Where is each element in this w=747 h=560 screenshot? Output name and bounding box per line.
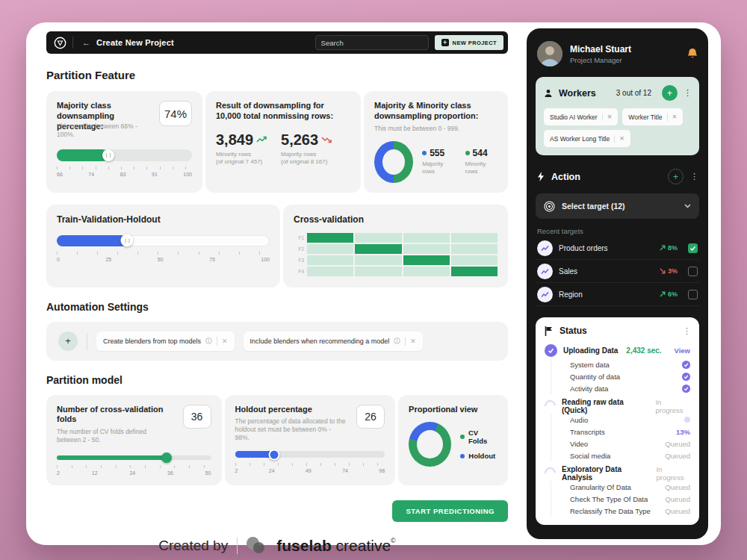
- tvh-title: Train-Validation-Holdout: [57, 214, 270, 225]
- trend-up-icon: [256, 136, 267, 143]
- status-group-uploading: Uploading Data 2,432 sec. View: [545, 343, 690, 358]
- flag-icon: [545, 326, 553, 336]
- close-icon[interactable]: ✕: [619, 135, 624, 142]
- status-card: Status ⋮ Uploading Data 2,432 sec. View …: [536, 317, 699, 525]
- select-target-dropdown[interactable]: Select target (12): [536, 193, 699, 219]
- crossval-title: Cross-validation: [294, 214, 498, 225]
- holdout-card: Holdout percentage The percentage of dat…: [225, 395, 396, 486]
- worker-chip[interactable]: Worker Title✕: [622, 108, 683, 125]
- holdout-slider-handle[interactable]: [268, 449, 279, 460]
- cvfolds-card: Number of cross-validation folds The num…: [46, 395, 222, 486]
- chart-line-icon: [537, 264, 553, 279]
- tick-labels: 66748391100: [57, 172, 192, 177]
- view-link[interactable]: View: [675, 346, 690, 355]
- crossval-grid: F1 F2 F3 F4: [294, 233, 498, 276]
- kebab-menu-icon[interactable]: ⋮: [684, 88, 691, 98]
- add-setting-button[interactable]: +: [58, 332, 78, 351]
- in-progress-label: In progress: [656, 465, 690, 482]
- arrow-up-right-icon: [660, 245, 666, 251]
- majority-label: Majority rows: [281, 151, 316, 158]
- legend-holdout: Holdout: [468, 452, 495, 460]
- add-worker-button[interactable]: +: [662, 85, 678, 101]
- worker-chip[interactable]: AS Worker Long Title✕: [544, 130, 630, 147]
- target-row-region[interactable]: Region 6%: [536, 283, 699, 306]
- new-project-label: NEW PROJECT: [453, 40, 497, 46]
- partition-model-row: Number of cross-validation folds The num…: [46, 395, 508, 486]
- cvfolds-value[interactable]: 36: [183, 405, 211, 429]
- change-badge: 8%: [660, 244, 678, 252]
- arrow-up-right-icon: [660, 291, 666, 297]
- automation-chip[interactable]: Create blenders from top models ✕: [96, 332, 235, 351]
- info-icon[interactable]: [205, 337, 212, 344]
- start-predictioning-button[interactable]: START PREDICTIONING: [392, 500, 508, 522]
- crossval-card: Cross-validation F1 F2 F3 F4: [283, 205, 508, 287]
- close-icon[interactable]: ✕: [410, 337, 416, 345]
- in-progress-label: In progress: [655, 398, 690, 414]
- downsampling-value[interactable]: 74%: [159, 101, 192, 126]
- chevron-down-icon: [684, 204, 691, 208]
- partition-feature-row: Majority class downsampling percentage: …: [46, 91, 508, 193]
- brand-name: fuselab creative©: [276, 537, 396, 555]
- automation-card: + Create blenders from top models ✕ Incl…: [46, 322, 508, 361]
- minority-value: 3,849: [216, 131, 253, 149]
- target-icon: [544, 201, 555, 212]
- info-icon[interactable]: [394, 337, 400, 344]
- tvh-slider[interactable]: [57, 235, 270, 246]
- proportion-title: Majority & Minority class downsampling p…: [374, 101, 498, 122]
- plus-icon: +: [441, 39, 449, 46]
- app-logo-icon: [54, 37, 66, 49]
- propview-donut-chart: [409, 422, 451, 467]
- status-group-reading: Reading raw data (Quick) In progress: [545, 398, 690, 414]
- holdout-value[interactable]: 26: [356, 405, 385, 429]
- cvfolds-slider[interactable]: [57, 455, 211, 460]
- tick-labels: 0255075100: [57, 257, 270, 262]
- search-input[interactable]: [321, 39, 420, 47]
- cvfolds-title: Number of cross-validation folds: [57, 405, 177, 426]
- check-circle-icon: [682, 385, 690, 393]
- downsampling-card: Majority class downsampling percentage: …: [46, 91, 202, 193]
- checkbox-checked[interactable]: [688, 243, 698, 253]
- back-button[interactable]: ←: [82, 38, 90, 47]
- automation-chip[interactable]: Include blenders when recommending a mod…: [244, 332, 423, 351]
- minority-label: Minority rows: [216, 151, 251, 158]
- checkbox-unchecked[interactable]: [688, 267, 698, 276]
- holdout-slider[interactable]: [235, 451, 385, 458]
- kebab-menu-icon[interactable]: ⋮: [690, 172, 698, 181]
- tvh-slider-handle[interactable]: [121, 234, 134, 247]
- tick-ruler: [57, 465, 211, 468]
- new-project-button[interactable]: + NEW PROJECT: [435, 35, 503, 50]
- add-action-button[interactable]: +: [668, 169, 684, 184]
- avatar[interactable]: [537, 41, 562, 66]
- chart-line-icon: [537, 240, 553, 256]
- tick-ruler: [57, 252, 270, 255]
- right-sidebar: Michael Stuart Project Manager Workers 3…: [527, 28, 708, 539]
- kebab-menu-icon[interactable]: ⋮: [683, 326, 690, 336]
- legend-majority: 555 Majority rows: [422, 148, 454, 176]
- change-badge: 6%: [660, 290, 678, 298]
- close-icon[interactable]: ✕: [607, 113, 613, 120]
- checkbox-unchecked[interactable]: [688, 290, 698, 299]
- status-sublist: System data Quantity of data Activity da…: [551, 358, 690, 394]
- minority-sub: (of original 7 457): [216, 158, 262, 165]
- proportion-card: Majority & Minority class downsampling p…: [364, 91, 508, 193]
- spinner-icon: [542, 398, 558, 414]
- close-icon[interactable]: ✕: [672, 113, 678, 120]
- target-row-product-orders[interactable]: Product orders 8%: [536, 237, 699, 260]
- tick-ruler: [235, 463, 385, 466]
- check-circle-icon: [682, 373, 690, 381]
- created-by-text: Created by: [158, 538, 228, 554]
- action-title: Action: [551, 172, 661, 182]
- divider: [237, 538, 238, 554]
- downsampling-slider[interactable]: [57, 149, 192, 161]
- holdout-desc: The percentage of data allocated to the …: [235, 417, 347, 442]
- downsampling-slider-handle[interactable]: [102, 149, 114, 161]
- tick-ruler: [57, 167, 192, 169]
- bell-icon[interactable]: [687, 48, 698, 60]
- worker-chip[interactable]: Studio AI Worker✕: [544, 108, 618, 125]
- cvfolds-slider-handle[interactable]: [161, 452, 172, 463]
- target-row-sales[interactable]: Sales 3%: [536, 260, 699, 283]
- result-title: Result of downsampling for 10,000 total …: [216, 101, 350, 122]
- close-icon[interactable]: ✕: [222, 337, 228, 345]
- spinner-icon: [542, 465, 558, 481]
- footer: Created by fuselab creative©: [46, 537, 508, 555]
